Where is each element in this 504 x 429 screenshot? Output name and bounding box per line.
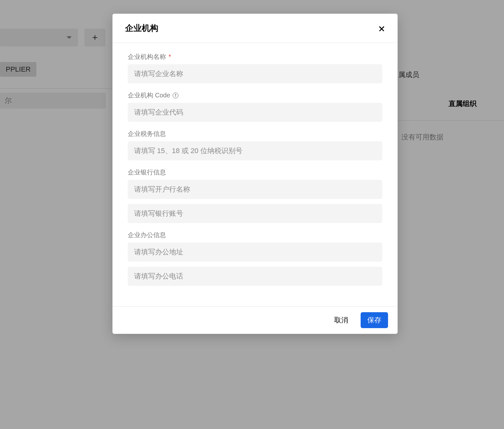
- input-bank-name[interactable]: [128, 180, 382, 199]
- modal-header: 企业机构: [112, 14, 398, 43]
- modal-title: 企业机构: [125, 23, 158, 34]
- label-bank-info: 企业银行信息: [128, 168, 382, 177]
- input-bank-account[interactable]: [128, 204, 382, 223]
- label-text: 企业税务信息: [128, 130, 166, 138]
- form-group-bank-info: 企业银行信息: [128, 168, 382, 223]
- label-text: 企业机构 Code: [128, 91, 170, 100]
- save-button[interactable]: 保存: [361, 312, 388, 328]
- required-star: *: [169, 53, 171, 60]
- form-group-org-name: 企业机构名称 *: [128, 53, 382, 83]
- input-org-name[interactable]: [128, 64, 382, 83]
- modal-footer: 取消 保存: [112, 306, 398, 334]
- label-text: 企业办公信息: [128, 231, 166, 239]
- label-tax-info: 企业税务信息: [128, 130, 382, 138]
- label-office-info: 企业办公信息: [128, 231, 382, 239]
- modal-body: 企业机构名称 * 企业机构 Code ! 企业税务信息 企业银行信息: [112, 43, 398, 306]
- label-org-code: 企业机构 Code !: [128, 91, 382, 100]
- input-org-code[interactable]: [128, 103, 382, 122]
- input-office-phone[interactable]: [128, 267, 382, 286]
- input-tax-id[interactable]: [128, 141, 382, 160]
- form-group-office-info: 企业办公信息: [128, 231, 382, 286]
- cancel-button[interactable]: 取消: [328, 312, 355, 328]
- label-text: 企业机构名称: [128, 53, 166, 61]
- info-icon[interactable]: !: [173, 93, 178, 98]
- form-group-tax-info: 企业税务信息: [128, 130, 382, 160]
- label-org-name: 企业机构名称 *: [128, 53, 382, 61]
- input-office-address[interactable]: [128, 243, 382, 262]
- form-group-org-code: 企业机构 Code !: [128, 91, 382, 122]
- org-modal: 企业机构 企业机构名称 * 企业机构 Code ! 企业税务信息: [112, 14, 398, 334]
- close-icon[interactable]: [378, 25, 385, 32]
- label-text: 企业银行信息: [128, 168, 166, 177]
